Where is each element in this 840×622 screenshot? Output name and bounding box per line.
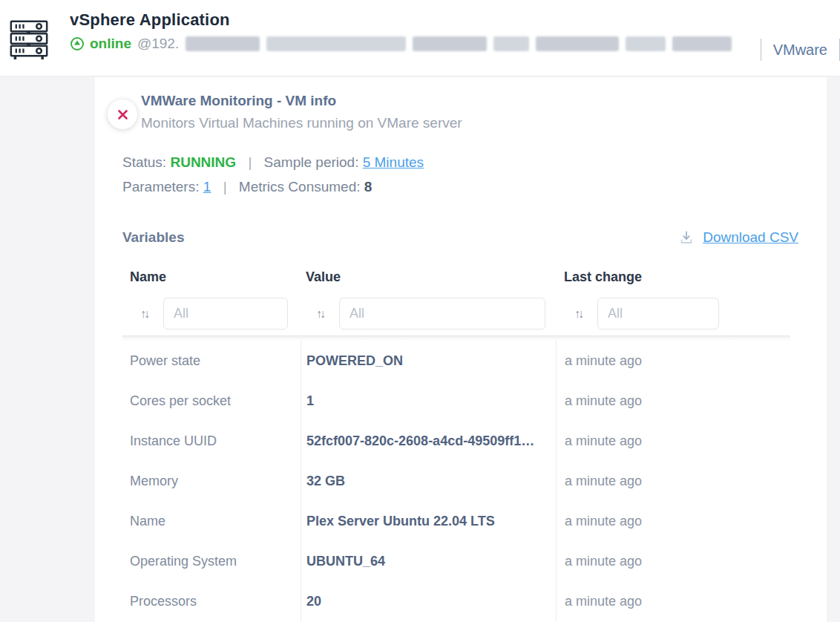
panel-title: VMWare Monitoring - VM info xyxy=(141,93,827,109)
metrics-consumed-value: 8 xyxy=(364,179,373,194)
table-row: Processors20a minute ago xyxy=(122,581,790,621)
table-row: Operating SystemUBUNTU_64a minute ago xyxy=(122,541,790,581)
cell-last-change: a minute ago xyxy=(556,501,790,541)
cell-last-change: a minute ago xyxy=(556,341,790,381)
cell-name: Instance UUID xyxy=(122,421,301,461)
cell-value: UBUNTU_64 xyxy=(301,541,556,581)
cell-value: 32 GB xyxy=(301,461,556,501)
online-status-icon xyxy=(70,36,85,51)
cell-value: POWERED_ON xyxy=(301,341,556,381)
filter-cell-value: ↑↓ xyxy=(301,298,556,330)
redacted-text xyxy=(626,36,666,51)
download-icon xyxy=(678,229,695,246)
cell-last-change: a minute ago xyxy=(556,381,790,421)
table-row: Power statePOWERED_ONa minute ago xyxy=(122,341,790,381)
close-button[interactable] xyxy=(108,99,137,129)
filter-input-last-change[interactable] xyxy=(597,298,719,330)
redacted-text xyxy=(266,36,406,51)
separator: | xyxy=(223,179,227,194)
table-body: Power statePOWERED_ONa minute agoCores p… xyxy=(122,341,790,621)
cell-name: Operating System xyxy=(122,541,301,581)
parameters-label: Parameters: xyxy=(122,179,199,194)
status-row-1: Status: RUNNING | Sample period: 5 Minut… xyxy=(122,150,827,174)
separator: | xyxy=(248,154,252,170)
status-block: Status: RUNNING | Sample period: 5 Minut… xyxy=(122,150,827,199)
redacted-text xyxy=(672,36,732,51)
column-header-value[interactable]: Value xyxy=(301,269,556,285)
column-header-name[interactable]: Name xyxy=(122,269,301,285)
cell-name: Power state xyxy=(122,341,301,381)
redacted-text xyxy=(186,36,260,51)
filter-cell-name: ↑↓ xyxy=(122,298,301,330)
cell-value: Plex Server Ubuntu 22.04 LTS xyxy=(301,501,556,541)
vm-info-panel: VMWare Monitoring - VM info Monitors Vir… xyxy=(95,77,827,622)
server-icon xyxy=(7,16,50,61)
cell-last-change: a minute ago xyxy=(556,541,790,581)
filter-input-value[interactable] xyxy=(339,298,545,330)
sample-period-link[interactable]: 5 Minutes xyxy=(363,154,424,170)
sort-icon[interactable]: ↑↓ xyxy=(140,307,150,321)
vendor-link[interactable]: VMware xyxy=(761,42,839,59)
table-row: Memory32 GBa minute ago xyxy=(122,461,790,501)
panel-subtitle: Monitors Virtual Machines running on VMa… xyxy=(141,115,827,131)
divider xyxy=(761,39,761,61)
filter-cell-last-change: ↑↓ xyxy=(556,298,790,330)
download-csv-link[interactable]: Download CSV xyxy=(678,229,798,246)
cell-value: 1 xyxy=(301,381,556,421)
redacted-text xyxy=(536,36,619,51)
cell-last-change: a minute ago xyxy=(556,461,790,501)
cell-name: Memory xyxy=(122,461,301,501)
variables-heading: Variables xyxy=(122,229,184,246)
page-title: vSphere Application xyxy=(70,10,732,30)
cell-value: 52fcf007-820c-2608-a4cd-49509ff1… xyxy=(301,421,556,461)
table-row: Instance UUID52fcf007-820c-2608-a4cd-495… xyxy=(122,421,790,461)
download-csv-label: Download CSV xyxy=(703,229,798,246)
app-header: vSphere Application online @192. VMware xyxy=(0,0,840,76)
cell-last-change: a minute ago xyxy=(556,421,790,461)
cell-name: Processors xyxy=(122,581,301,621)
table-divider xyxy=(122,335,790,341)
header-right-nav: VMware xyxy=(761,39,840,61)
online-status-label: online xyxy=(90,36,131,52)
parameters-link[interactable]: 1 xyxy=(203,179,211,194)
host-address: @192. xyxy=(137,36,179,52)
filter-input-name[interactable] xyxy=(163,298,288,330)
cell-last-change: a minute ago xyxy=(556,581,790,621)
redacted-text xyxy=(493,36,529,51)
sort-icon[interactable]: ↑↓ xyxy=(316,307,326,321)
cell-name: Name xyxy=(122,501,301,541)
cell-value: 20 xyxy=(301,581,556,621)
table-row: Cores per socket1a minute ago xyxy=(122,381,790,421)
column-header-last-change[interactable]: Last change xyxy=(556,269,790,285)
close-icon xyxy=(117,109,128,120)
table-header-row: Name Value Last change xyxy=(122,269,790,285)
status-label: Status: xyxy=(122,154,166,170)
cell-name: Cores per socket xyxy=(122,381,301,421)
variables-table: Name Value Last change ↑↓ ↑↓ ↑↓ Power st… xyxy=(122,269,790,621)
status-row-2: Parameters: 1 | Metrics Consumed: 8 xyxy=(122,174,827,199)
sample-period-label: Sample period: xyxy=(264,154,359,170)
table-filter-row: ↑↓ ↑↓ ↑↓ xyxy=(122,298,790,330)
host-status-line: online @192. xyxy=(70,36,732,52)
sort-icon[interactable]: ↑↓ xyxy=(574,307,584,321)
status-value: RUNNING xyxy=(170,154,236,170)
redacted-text xyxy=(413,36,487,51)
metrics-consumed-label: Metrics Consumed: xyxy=(239,179,361,194)
table-row: NamePlex Server Ubuntu 22.04 LTSa minute… xyxy=(122,501,790,541)
